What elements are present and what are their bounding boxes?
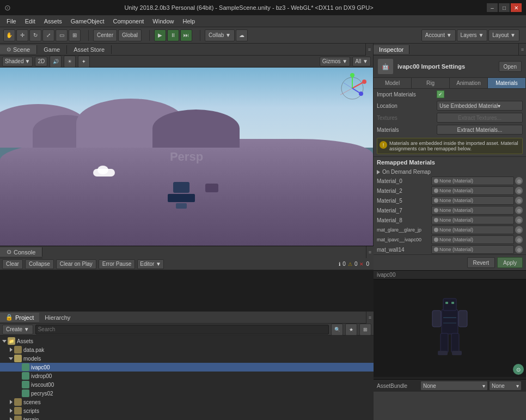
mat-select-btn-ipavc[interactable]: ◎: [515, 236, 523, 244]
tree-item-scenes[interactable]: scenes: [0, 398, 374, 406]
import-materials-checkbox[interactable]: ✓: [437, 90, 444, 98]
play-button[interactable]: ▶: [154, 29, 166, 41]
extract-materials-button[interactable]: Extract Materials...: [437, 125, 523, 135]
hand-tool-button[interactable]: ✋: [3, 29, 15, 41]
close-button[interactable]: ✕: [511, 3, 522, 12]
revert-button[interactable]: Revert: [467, 257, 495, 268]
clear-on-play-button[interactable]: Clear on Play: [56, 259, 96, 269]
menu-help[interactable]: Help: [178, 17, 199, 26]
favorites-button[interactable]: ★: [345, 324, 357, 336]
rotate-tool-button[interactable]: ↻: [29, 29, 41, 41]
mat-label-8: Material_8: [377, 217, 431, 223]
tab-console[interactable]: ⊙ Console: [0, 247, 42, 257]
tree-item-models[interactable]: models: [0, 354, 374, 363]
console-tabs-menu[interactable]: ≡: [366, 246, 374, 258]
tab-animation[interactable]: Animation: [450, 78, 488, 88]
global-dropdown[interactable]: Global: [118, 29, 142, 41]
move-tool-button[interactable]: ✛: [16, 29, 28, 41]
tab-project[interactable]: 🔒 Project: [0, 313, 39, 322]
mat-select-btn-wall14[interactable]: ◎: [515, 246, 523, 253]
mat-ref-5[interactable]: None (Material): [431, 196, 514, 205]
pause-button[interactable]: ⏸: [167, 29, 179, 41]
clear-button[interactable]: Clear: [2, 259, 23, 269]
scene-fx-button[interactable]: ✦: [78, 56, 90, 68]
menu-window[interactable]: Window: [148, 17, 178, 26]
scene-light-button[interactable]: ☀: [64, 56, 76, 68]
mat-ref-wall14[interactable]: None (Material): [431, 245, 514, 254]
tab-model[interactable]: Model: [374, 78, 412, 88]
mat-select-btn-7[interactable]: ◎: [515, 206, 523, 214]
tab-game[interactable]: Game: [37, 45, 67, 54]
inspector-tabs-menu[interactable]: ≡: [518, 44, 526, 56]
asset-bundle-variant-dropdown[interactable]: None ▾: [489, 381, 522, 391]
tab-scene[interactable]: ⊙ Scene: [0, 45, 37, 54]
scene-view[interactable]: Persp: [0, 68, 373, 246]
on-demand-remap[interactable]: On Demand Remap: [374, 168, 526, 176]
tab-hierarchy[interactable]: Hierarchy: [39, 313, 76, 322]
layers-dropdown[interactable]: Layers ▼: [457, 29, 488, 41]
gizmos-dropdown[interactable]: Gizmos ▼: [320, 57, 351, 66]
mat-ref-0[interactable]: None (Material): [431, 176, 514, 185]
menu-gameobject[interactable]: GameObject: [66, 17, 109, 26]
transform-tool-button[interactable]: ⊞: [69, 29, 81, 41]
tab-materials[interactable]: Materials: [488, 78, 526, 88]
collab-dropdown[interactable]: Collab ▼: [205, 29, 235, 41]
error-pause-button[interactable]: Error Pause: [99, 259, 135, 269]
search-button[interactable]: 🔍: [331, 324, 343, 336]
tab-rig[interactable]: Rig: [412, 78, 450, 88]
layout-dropdown[interactable]: Layout ▼: [488, 29, 519, 41]
scale-tool-button[interactable]: ⤢: [42, 29, 54, 41]
rect-tool-button[interactable]: ▭: [56, 29, 68, 41]
project-tabs-menu[interactable]: ≡: [366, 312, 374, 324]
mat-select-btn-2[interactable]: ◎: [515, 187, 523, 194]
tree-item-pecrys02[interactable]: pecrys02: [0, 389, 374, 398]
shading-dropdown[interactable]: Shaded▼: [2, 57, 33, 66]
tree-item-scripts[interactable]: scripts: [0, 406, 374, 415]
cloud-button[interactable]: ☁: [236, 29, 248, 41]
mat-ref-glare[interactable]: None (Material): [431, 226, 514, 234]
menu-file[interactable]: File: [2, 17, 21, 26]
mat-select-btn-0[interactable]: ◎: [515, 177, 523, 185]
preview-icon-button[interactable]: ⊙: [513, 364, 524, 375]
mat-ref-2[interactable]: None (Material): [431, 186, 514, 195]
tree-item-terrain[interactable]: terrain: [0, 415, 374, 420]
tree-item-assets[interactable]: 📁 Assets: [0, 337, 374, 345]
console-content: [0, 270, 374, 311]
location-dropdown[interactable]: Use Embedded Material▾: [437, 101, 523, 111]
open-button[interactable]: Open: [499, 61, 522, 72]
scene-audio-button[interactable]: 🔊: [50, 56, 62, 68]
scene-gizmo: [336, 72, 369, 105]
filter-button[interactable]: ⊞: [359, 324, 371, 336]
tree-item-ivscout00[interactable]: ivscout00: [0, 380, 374, 389]
project-tab-label: Project: [15, 314, 34, 321]
menu-component[interactable]: Component: [108, 17, 148, 26]
mat-select-btn-glare[interactable]: ◎: [515, 226, 523, 234]
2d-toggle[interactable]: 2D: [35, 57, 47, 66]
maximize-button[interactable]: □: [499, 3, 510, 12]
search-input[interactable]: [35, 325, 329, 334]
step-button[interactable]: ⏭: [180, 29, 192, 41]
mat-ref-8[interactable]: None (Material): [431, 216, 514, 224]
editor-dropdown[interactable]: Editor ▼: [137, 259, 164, 269]
center-dropdown[interactable]: Center: [93, 29, 117, 41]
tree-item-ivapc00[interactable]: ivapc00: [0, 363, 374, 372]
apply-button[interactable]: Apply: [497, 257, 523, 268]
menu-assets[interactable]: Assets: [40, 17, 66, 26]
mat-ref-7[interactable]: None (Material): [431, 206, 514, 215]
all-dropdown[interactable]: All ▼: [352, 57, 371, 66]
mat-select-btn-8[interactable]: ◎: [515, 216, 523, 224]
mat-select-btn-5[interactable]: ◎: [515, 197, 523, 204]
tree-item-ivdrop00[interactable]: ivdrop00: [0, 372, 374, 380]
create-dropdown[interactable]: Create ▼: [2, 325, 33, 334]
collapse-button[interactable]: Collapse: [25, 259, 54, 269]
tab-inspector[interactable]: Inspector: [374, 45, 409, 54]
mat-ref-ipavc[interactable]: None (Material): [431, 235, 514, 244]
asset-bundle-dropdown[interactable]: None ▾: [420, 381, 488, 391]
scene-tabs-menu[interactable]: ≡: [365, 44, 373, 56]
extract-textures-button[interactable]: Extract Textures...: [437, 113, 523, 123]
menu-edit[interactable]: Edit: [21, 17, 40, 26]
tree-item-datapak[interactable]: data.pak: [0, 345, 374, 354]
tab-asset-store[interactable]: Asset Store: [67, 45, 112, 54]
minimize-button[interactable]: –: [487, 3, 498, 12]
account-dropdown[interactable]: Account ▼: [421, 29, 456, 41]
